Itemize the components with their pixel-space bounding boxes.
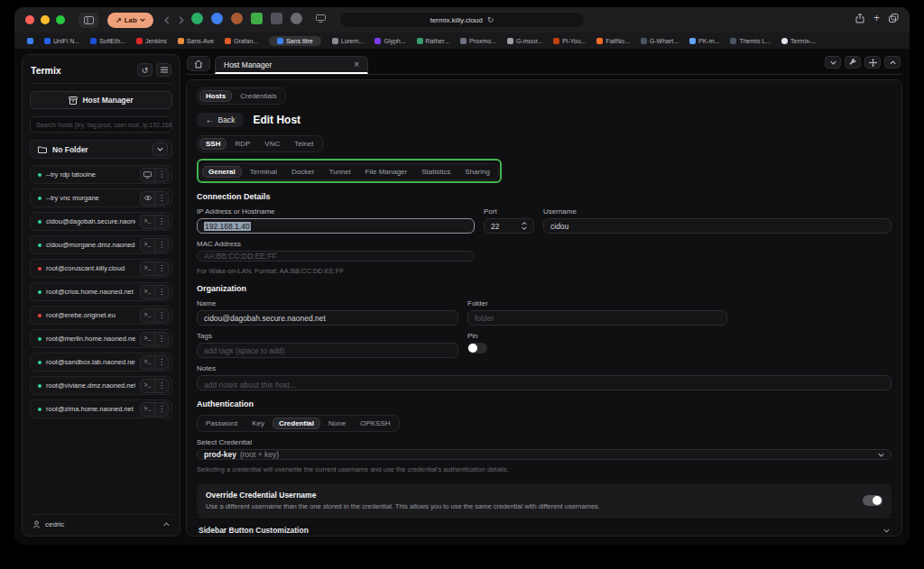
tab-host-manager[interactable]: Host Manager × [215,56,368,74]
tab-sharing[interactable]: Sharing [458,166,496,178]
tab-tunnel[interactable]: Tunnel [322,166,356,178]
extension-icon-5[interactable] [271,13,282,24]
port-input[interactable]: 22 [484,218,534,234]
mac-input[interactable]: AA:BB:CC:DD:EE:FF [197,251,475,262]
bookmark-item[interactable]: Grafan... [225,38,258,44]
host-menu-button[interactable]: ⋮ [154,216,168,228]
tab-ssh[interactable]: SSH [199,138,226,150]
host-row[interactable]: cidou@morgane.dmz.naoned.net >_⋮ [30,235,172,254]
profile-pill-button[interactable]: ↗ Lab [107,13,153,28]
host-row[interactable]: root@sandbox.lab.naoned.net >_⋮ [30,353,172,372]
bookmark-item[interactable]: Themis L... [730,38,771,44]
bookmark-item[interactable]: FaitNo... [596,38,629,44]
ssh-connect-button[interactable]: >_ [141,356,154,369]
ssh-connect-button[interactable]: >_ [141,239,154,252]
bookmark-item[interactable]: PK-m... [689,38,719,44]
vnc-connect-button[interactable] [141,192,154,205]
ssh-connect-button[interactable]: >_ [141,216,154,228]
tab-telnet[interactable]: Telnet [288,138,319,150]
notes-textarea[interactable]: add notes about this host... [197,375,892,390]
extension-icon-2[interactable] [211,13,223,24]
bookmark-item[interactable]: Lorem... [332,38,365,44]
bookmark-item[interactable]: Rather... [417,38,449,44]
ssh-connect-button[interactable]: >_ [141,262,154,275]
host-row[interactable]: --try vnc morgane ⋮ [30,188,172,207]
reload-icon[interactable]: ↻ [487,15,494,24]
pin-toggle[interactable] [467,343,487,353]
extension-icon-1[interactable] [191,13,203,24]
tab-overview-icon[interactable] [889,14,899,23]
extension-icon-6[interactable] [291,13,302,24]
host-row[interactable]: root@crios.home.naoned.net >_⋮ [30,282,172,301]
extension-icon-3[interactable] [231,13,243,24]
tab-opkssh[interactable]: OPKSSH [354,418,396,429]
tab-hosts[interactable]: Hosts [199,90,232,102]
tab-credentials[interactable]: Credentials [234,90,282,102]
tab-docker[interactable]: Docker [285,166,320,178]
bookmark-item[interactable]: Proxmo... [460,38,496,44]
display-icon[interactable] [316,14,326,23]
ssh-connect-button[interactable]: >_ [141,380,154,392]
url-bar[interactable]: termix.killy.cloud ↻ [340,13,584,27]
new-tab-icon[interactable]: + [873,12,880,24]
sidebar-toggle-button[interactable] [79,13,98,28]
tools-button[interactable] [845,56,861,69]
back-nav-icon[interactable] [164,16,170,24]
user-menu[interactable]: cedric [30,514,172,528]
expand-button[interactable] [884,56,901,69]
sidebar-customization-section[interactable]: Sidebar Button Customization [197,517,892,537]
pinned-bookmark[interactable] [27,38,33,44]
tab-password[interactable]: Password [199,418,244,429]
host-row[interactable]: root@coruscant.killy.cloud >_⋮ [30,259,172,278]
tab-rdp[interactable]: RDP [228,138,256,150]
port-stepper[interactable] [522,222,527,230]
tab-key[interactable]: Key [245,418,271,429]
close-window-button[interactable] [25,15,34,24]
bookmark-item[interactable]: Glyph... [374,38,405,44]
back-button[interactable]: ← Back [197,113,244,127]
host-manager-button[interactable]: Host Manager [30,91,172,109]
bookmark-item[interactable]: Sans-Ave [178,38,214,44]
share-icon[interactable] [855,13,864,23]
tags-input[interactable]: add tags (space to add) [197,343,458,358]
minimize-window-button[interactable] [41,15,50,24]
ssh-connect-button[interactable]: >_ [141,333,154,345]
host-row[interactable]: root@erebe.originet.eu >_⋮ [30,306,172,325]
name-input[interactable]: cidou@dagobah.secure.naoned.net [197,310,458,326]
host-menu-button[interactable]: ⋮ [154,192,168,205]
collapse-folder-button[interactable] [152,142,168,156]
rdp-connect-button[interactable] [141,169,154,181]
tab-general[interactable]: General [202,166,242,178]
extension-icon-4[interactable] [251,13,263,24]
username-input[interactable]: cidou [543,218,892,234]
bookmark-item[interactable]: Pi-You... [553,38,586,44]
host-menu-button[interactable]: ⋮ [154,403,168,416]
bookmark-item[interactable]: G-mour... [507,38,542,44]
host-menu-button[interactable]: ⋮ [154,239,168,252]
host-row[interactable]: root@merlin.home.naoned.net >_⋮ [30,329,172,348]
folder-input[interactable]: folder [467,310,727,326]
ssh-connect-button[interactable]: >_ [141,286,154,298]
search-input[interactable]: Search hosts (try: tag:prod, user:root, … [30,116,172,133]
home-tab-button[interactable] [187,56,210,71]
host-menu-button[interactable]: ⋮ [154,286,168,298]
override-username-toggle[interactable] [863,495,882,506]
host-menu-button[interactable]: ⋮ [154,169,168,181]
tab-statistics[interactable]: Statistics [415,166,457,178]
credential-select[interactable]: prod-key (root + key) [197,449,892,460]
host-row[interactable]: cidou@dagobah.secure.naoned.net >_⋮ [30,212,172,231]
host-menu-button[interactable]: ⋮ [154,309,168,322]
bookmark-item[interactable]: SoftEth... [90,38,125,44]
tab-credential[interactable]: Credential [273,418,320,429]
refresh-button[interactable]: ↺ [137,63,152,77]
host-menu-button[interactable]: ⋮ [154,356,168,369]
bookmark-item[interactable]: Termix-... [781,38,817,44]
bookmark-item[interactable]: G-Whart... [641,38,679,44]
ip-input[interactable]: 192.168.1.40 [197,218,475,234]
host-row[interactable]: root@zima.home.naoned.net >_⋮ [30,399,172,418]
bookmark-item[interactable]: UniFi N... [44,38,79,44]
collapse-button[interactable] [825,56,841,69]
menu-button[interactable] [156,63,171,77]
bookmark-item[interactable]: Jenkins [136,38,167,44]
move-button[interactable] [864,56,881,69]
